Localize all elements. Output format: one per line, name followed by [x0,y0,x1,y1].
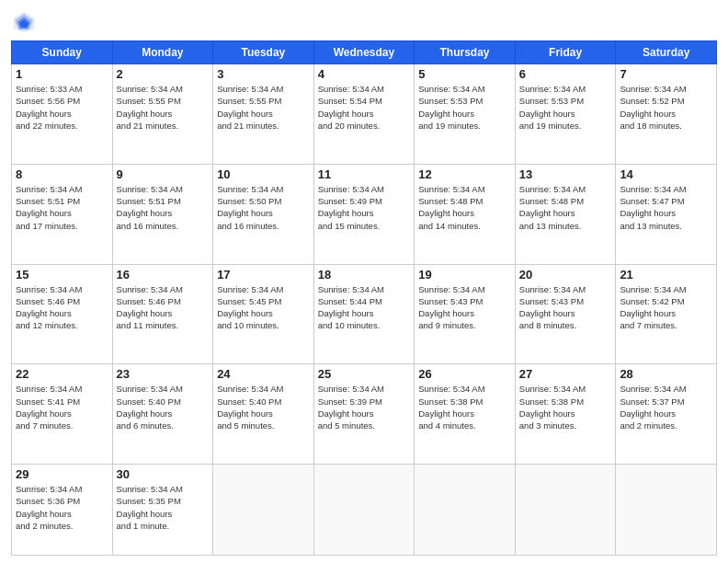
table-row: 27 Sunrise: 5:34 AM Sunset: 5:38 PM Dayl… [515,364,616,465]
table-row: 26 Sunrise: 5:34 AM Sunset: 5:38 PM Dayl… [415,364,516,465]
col-thursday: Thursday [415,41,516,64]
day-number: 29 [16,467,108,481]
table-row: 9 Sunrise: 5:34 AM Sunset: 5:51 PM Dayli… [112,164,213,264]
daylight-label: Daylight hours [519,308,575,318]
sunset-label: Sunset: 5:38 PM [418,396,483,407]
table-row: 21 Sunrise: 5:34 AM Sunset: 5:42 PM Dayl… [616,264,717,364]
day-number: 11 [318,167,411,181]
daylight-duration: and 9 minutes. [418,320,475,330]
daylight-label: Daylight hours [117,308,173,318]
day-info: Sunrise: 5:34 AM Sunset: 5:40 PM Dayligh… [117,383,210,431]
sunset-label: Sunset: 5:36 PM [16,496,80,506]
day-number: 27 [519,367,612,381]
sunrise-label: Sunrise: 5:34 AM [117,84,183,94]
daylight-label: Daylight hours [217,109,273,119]
table-row: 23 Sunrise: 5:34 AM Sunset: 5:40 PM Dayl… [112,364,213,465]
sunset-label: Sunset: 5:35 PM [117,496,181,506]
table-row: 3 Sunrise: 5:34 AM Sunset: 5:55 PM Dayli… [213,64,314,165]
sunrise-label: Sunrise: 5:34 AM [318,184,384,194]
day-info: Sunrise: 5:34 AM Sunset: 5:50 PM Dayligh… [217,183,310,232]
table-row [313,465,415,556]
sunset-label: Sunset: 5:56 PM [16,96,80,106]
calendar-week-row: 8 Sunrise: 5:34 AM Sunset: 5:51 PM Dayli… [12,164,717,264]
calendar-week-row: 29 Sunrise: 5:34 AM Sunset: 5:36 PM Dayl… [12,465,717,556]
day-info: Sunrise: 5:34 AM Sunset: 5:42 PM Dayligh… [620,283,712,332]
daylight-label: Daylight hours [117,208,173,218]
sunset-label: Sunset: 5:54 PM [318,96,382,106]
sunset-label: Sunset: 5:40 PM [217,396,281,407]
sunrise-label: Sunrise: 5:33 AM [16,84,82,94]
day-number: 9 [117,167,210,181]
sunrise-label: Sunrise: 5:34 AM [16,184,82,194]
day-info: Sunrise: 5:34 AM Sunset: 5:53 PM Dayligh… [519,83,612,132]
day-info: Sunrise: 5:34 AM Sunset: 5:43 PM Dayligh… [418,283,511,332]
col-sunday: Sunday [12,41,113,64]
day-info: Sunrise: 5:34 AM Sunset: 5:51 PM Dayligh… [16,183,108,232]
table-row: 30 Sunrise: 5:34 AM Sunset: 5:35 PM Dayl… [112,465,213,556]
logo [11,9,40,35]
day-info: Sunrise: 5:34 AM Sunset: 5:47 PM Dayligh… [620,183,712,232]
sunrise-label: Sunrise: 5:34 AM [318,384,384,394]
day-number: 4 [318,67,411,81]
day-info: Sunrise: 5:34 AM Sunset: 5:48 PM Dayligh… [519,183,612,232]
sunset-label: Sunset: 5:49 PM [318,196,382,206]
daylight-duration: and 14 minutes. [418,221,481,231]
sunset-label: Sunset: 5:51 PM [117,196,181,206]
daylight-duration: and 12 minutes. [16,320,78,330]
sunrise-label: Sunrise: 5:34 AM [620,284,686,294]
day-info: Sunrise: 5:34 AM Sunset: 5:37 PM Dayligh… [620,383,712,431]
daylight-label: Daylight hours [519,208,575,218]
sunset-label: Sunset: 5:43 PM [418,296,483,306]
day-info: Sunrise: 5:34 AM Sunset: 5:36 PM Dayligh… [16,483,108,532]
day-number: 19 [418,268,511,282]
sunrise-label: Sunrise: 5:34 AM [418,184,484,194]
sunset-label: Sunset: 5:40 PM [117,396,181,407]
table-row [415,465,516,556]
day-info: Sunrise: 5:34 AM Sunset: 5:52 PM Dayligh… [620,83,712,132]
table-row: 28 Sunrise: 5:34 AM Sunset: 5:37 PM Dayl… [616,364,717,465]
daylight-duration: and 16 minutes. [117,221,179,231]
sunset-label: Sunset: 5:42 PM [620,296,684,306]
daylight-label: Daylight hours [620,109,676,119]
daylight-label: Daylight hours [16,208,72,218]
daylight-duration: and 19 minutes. [418,121,481,131]
daylight-label: Daylight hours [519,109,575,119]
daylight-duration: and 7 minutes. [16,420,73,431]
day-info: Sunrise: 5:34 AM Sunset: 5:39 PM Dayligh… [318,383,411,431]
daylight-duration: and 3 minutes. [519,420,576,431]
table-row: 4 Sunrise: 5:34 AM Sunset: 5:54 PM Dayli… [313,64,415,165]
table-row [616,465,717,556]
daylight-label: Daylight hours [16,408,72,419]
sunrise-label: Sunrise: 5:34 AM [418,84,484,94]
table-row [515,465,616,556]
table-row: 15 Sunrise: 5:34 AM Sunset: 5:46 PM Dayl… [12,264,113,364]
day-info: Sunrise: 5:34 AM Sunset: 5:49 PM Dayligh… [318,183,411,232]
day-info: Sunrise: 5:34 AM Sunset: 5:54 PM Dayligh… [318,83,411,132]
day-info: Sunrise: 5:34 AM Sunset: 5:41 PM Dayligh… [16,383,108,431]
day-info: Sunrise: 5:34 AM Sunset: 5:55 PM Dayligh… [117,83,210,132]
daylight-duration: and 5 minutes. [318,420,375,431]
day-number: 12 [418,167,511,181]
daylight-duration: and 7 minutes. [620,320,677,330]
table-row: 8 Sunrise: 5:34 AM Sunset: 5:51 PM Dayli… [12,164,113,264]
daylight-duration: and 16 minutes. [217,221,279,231]
sunrise-label: Sunrise: 5:34 AM [418,384,484,394]
day-number: 22 [16,367,108,381]
daylight-label: Daylight hours [117,109,173,119]
daylight-duration: and 19 minutes. [519,121,582,131]
day-info: Sunrise: 5:34 AM Sunset: 5:44 PM Dayligh… [318,283,411,332]
daylight-label: Daylight hours [620,408,676,419]
sunset-label: Sunset: 5:47 PM [620,196,684,206]
daylight-label: Daylight hours [16,509,72,519]
col-monday: Monday [112,41,213,64]
sunset-label: Sunset: 5:52 PM [620,96,684,106]
day-number: 16 [117,268,210,282]
day-number: 23 [117,367,210,381]
table-row: 29 Sunrise: 5:34 AM Sunset: 5:36 PM Dayl… [12,465,113,556]
day-number: 6 [519,67,612,81]
daylight-label: Daylight hours [418,109,474,119]
header-row: Sunday Monday Tuesday Wednesday Thursday… [12,41,717,64]
col-saturday: Saturday [616,41,717,64]
daylight-duration: and 22 minutes. [16,121,78,131]
day-info: Sunrise: 5:34 AM Sunset: 5:38 PM Dayligh… [519,383,612,431]
